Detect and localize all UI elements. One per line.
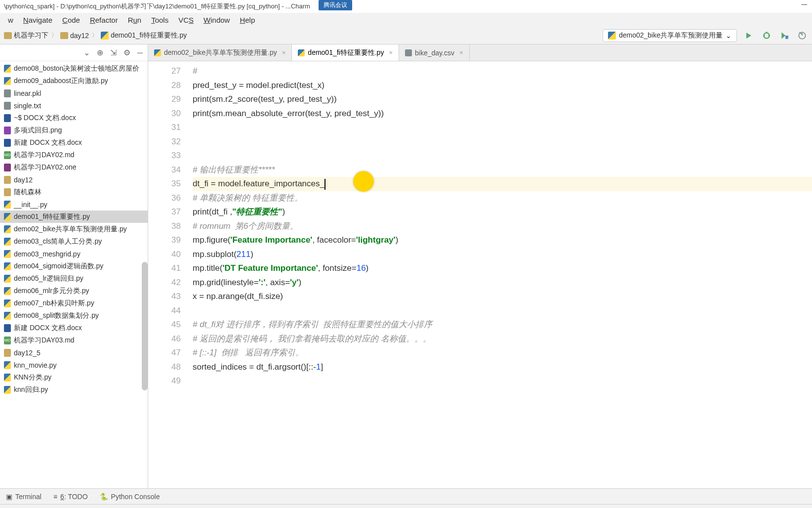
settings-icon[interactable]: ⚙ <box>123 48 130 57</box>
python-console-tab[interactable]: 🐍 Python Console <box>100 493 160 501</box>
close-icon[interactable]: × <box>459 49 463 56</box>
code-line[interactable]: print(sm.r2_score(test_y, pred_test_y)) <box>193 92 812 107</box>
code-line[interactable] <box>193 135 812 149</box>
code-line[interactable]: mp.grid(linestyle=':', axis='y') <box>193 276 812 290</box>
tree-item[interactable]: day12_5 <box>0 346 148 359</box>
menu-code[interactable]: Code <box>58 15 84 25</box>
tree-item[interactable]: knn_movie.py <box>0 359 148 371</box>
code-line[interactable]: print(dt_fi ,"特征重要性") <box>193 205 812 219</box>
tree-item-label: 机器学习DAY02.one <box>14 163 77 172</box>
scrollbar[interactable] <box>142 262 148 390</box>
editor-tab[interactable]: demo01_fi特征重要性.py× <box>292 44 399 61</box>
run-button[interactable] <box>743 30 755 42</box>
tree-item[interactable]: demo09_adaboost正向激励.py <box>0 75 148 87</box>
menu-w[interactable]: w <box>4 15 17 25</box>
py-icon <box>4 262 11 270</box>
tree-item-label: knn回归.py <box>14 385 48 394</box>
tree-item[interactable]: demo01_fi特征重要性.py <box>0 211 148 223</box>
line-number: 49 <box>148 374 181 388</box>
code-line[interactable] <box>193 149 812 163</box>
code-line[interactable]: pred_test_y = model.predict(test_x) <box>193 79 812 93</box>
tree-item[interactable]: demo07_nb朴素贝叶斯.py <box>0 297 148 309</box>
tree-item[interactable]: 多项式回归.png <box>0 124 148 136</box>
tree-item[interactable]: demo05_lr逻辑回归.py <box>0 272 148 285</box>
menu-window[interactable]: Window <box>200 15 234 25</box>
tree-item[interactable]: 新建 DOCX 文档.docx <box>0 136 148 149</box>
code-line[interactable]: # <box>193 64 812 79</box>
editor-tab[interactable]: demo02_bike共享单车预测使用量.py× <box>148 44 292 61</box>
tree-item[interactable]: demo08_split数据集划分.py <box>0 309 148 322</box>
chevron-down-icon: ⌄ <box>726 32 731 40</box>
tree-item[interactable]: 随机森林 <box>0 186 148 198</box>
tree-item[interactable]: demo08_boston决策树波士顿地区房屋价 <box>0 62 148 75</box>
code-line[interactable]: mp.title('DT Feature Importance', fontsi… <box>193 261 812 276</box>
close-icon[interactable]: × <box>389 49 393 56</box>
tree-item[interactable]: demo03_cls简单人工分类.py <box>0 235 148 248</box>
tree-item-label: linear.pkl <box>14 89 41 97</box>
run-config-select[interactable]: demo02_bike共享单车预测使用量 ⌄ <box>603 29 737 42</box>
tree-item[interactable]: MD机器学习DAY03.md <box>0 334 148 346</box>
coverage-button[interactable] <box>778 30 790 42</box>
tree-item[interactable]: 机器学习DAY02.one <box>0 161 148 173</box>
tree-item[interactable]: 新建 DOCX 文档.docx <box>0 322 148 334</box>
py-icon <box>4 299 11 307</box>
terminal-icon: ▣ <box>6 493 12 501</box>
code-line[interactable]: # [::-1] 倒排 返回有序索引。 <box>193 346 812 360</box>
py-icon <box>4 65 11 73</box>
project-tree[interactable]: demo08_boston决策树波士顿地区房屋价demo09_adaboost正… <box>0 61 148 488</box>
code-line[interactable] <box>193 374 812 388</box>
menu-help[interactable]: Help <box>236 15 259 25</box>
code-line[interactable]: # 返回的是索引掩码， 我们拿着掩码去取的对应的 名称值。。。 <box>193 332 812 346</box>
code-line[interactable]: # dt_fi对 进行排序，得到有序索引 按照特征重要性的值大小排序 <box>193 318 812 332</box>
breadcrumb-folder-1[interactable]: 机器学习下 <box>4 31 48 40</box>
code-content[interactable]: #pred_test_y = model.predict(test_x)prin… <box>188 61 812 488</box>
editor-tab[interactable]: bike_day.csv× <box>399 44 470 61</box>
tree-item[interactable]: __init__.py <box>0 198 148 211</box>
img-icon <box>4 127 11 134</box>
chevron-down-icon[interactable]: ⌄ <box>83 48 90 57</box>
tree-item[interactable]: ~$ DOCX 文档.docx <box>0 112 148 124</box>
menu-tools[interactable]: Tools <box>147 15 172 25</box>
breadcrumb-file[interactable]: demo01_fi特征重要性.py <box>101 31 187 40</box>
tree-item[interactable]: demo03_meshgrid.py <box>0 248 148 260</box>
line-number: 47 <box>148 346 181 360</box>
tree-item[interactable]: KNN分类.py <box>0 371 148 383</box>
tree-item[interactable]: knn回归.py <box>0 383 148 396</box>
collapse-icon[interactable]: ⇲ <box>110 48 117 57</box>
breadcrumb-folder-2[interactable]: day12 <box>60 32 89 40</box>
code-line[interactable]: dt_fi = model.feature_importances_ <box>193 177 812 191</box>
todo-tab[interactable]: ≡ 6: TODO <box>53 493 88 501</box>
code-line[interactable]: x = np.arange(dt_fi.size) <box>193 290 812 304</box>
menu-vcs[interactable]: VCS <box>174 15 198 25</box>
menu-refactor[interactable]: Refactor <box>86 15 122 25</box>
debug-button[interactable] <box>761 30 772 42</box>
terminal-tab[interactable]: ▣ Terminal <box>6 493 41 501</box>
code-line[interactable]: mp.subplot(211) <box>193 248 812 262</box>
code-line[interactable] <box>193 121 812 135</box>
code-line[interactable] <box>193 304 812 318</box>
tree-item[interactable]: single.txt <box>0 99 148 112</box>
code-line[interactable]: # 单颗决策树的 特征重要性。 <box>193 191 812 206</box>
tree-item-label: demo03_cls简单人工分类.py <box>14 237 102 246</box>
tree-item[interactable]: demo04_sigmoid逻辑函数.py <box>0 260 148 272</box>
close-icon[interactable]: × <box>282 49 286 56</box>
menu-run[interactable]: Run <box>124 15 146 25</box>
tree-item[interactable]: linear.pkl <box>0 87 148 99</box>
py-icon <box>4 275 11 283</box>
code-editor[interactable]: 2728293031323334353637383940414243444546… <box>148 61 812 488</box>
tree-item[interactable]: demo02_bike共享单车预测使用量.py <box>0 223 148 235</box>
hide-icon[interactable]: ─ <box>137 48 143 57</box>
code-line[interactable]: print(sm.mean_absolute_error(test_y, pre… <box>193 107 812 121</box>
code-line[interactable]: mp.figure('Feature Importance', facecolo… <box>193 233 812 248</box>
profile-button[interactable] <box>796 30 808 42</box>
tree-item[interactable]: demo06_mlr多元分类.py <box>0 285 148 297</box>
tree-item[interactable]: day12 <box>0 173 148 186</box>
code-line[interactable]: sorted_indices = dt_fi.argsort()[::-1] <box>193 360 812 375</box>
menu-navigate[interactable]: Navigate <box>19 15 56 25</box>
code-line[interactable]: # romnum 第6个房间数量。 <box>193 219 812 234</box>
minimize-icon[interactable]: ─ <box>802 0 807 9</box>
svg-rect-4 <box>785 36 788 39</box>
locate-icon[interactable]: ⊕ <box>97 48 103 57</box>
tree-item[interactable]: MD机器学习DAY02.md <box>0 149 148 161</box>
code-line[interactable]: # 输出特征重要性***** <box>193 163 812 177</box>
